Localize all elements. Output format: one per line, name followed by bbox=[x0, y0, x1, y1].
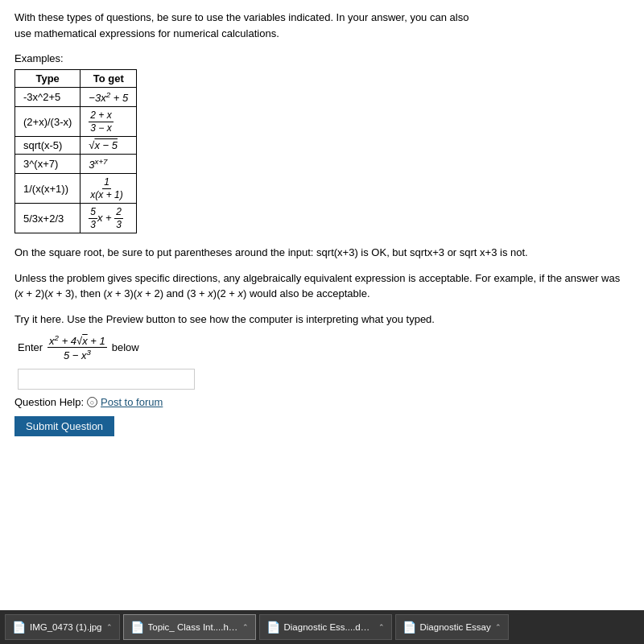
table-row: 5/3x+2/3 53x + 23 bbox=[15, 204, 137, 233]
taskbar-item-img[interactable]: 📄 IMG_0473 (1).jpg ⌃ bbox=[5, 614, 120, 640]
toget-cell: −3x2 + 5 bbox=[80, 88, 137, 107]
type-cell: sqrt(x-5) bbox=[15, 137, 80, 155]
note3-text: Try it here. Use the Preview button to s… bbox=[14, 312, 630, 328]
post-to-forum-link[interactable]: Post to forum bbox=[101, 396, 163, 408]
taskbar-item-topic[interactable]: 📄 Topic_ Class Int....html ⌃ bbox=[123, 614, 256, 640]
examples-table: Type To get -3x^2+5 −3x2 + 5 (2+x)/(3-x)… bbox=[14, 69, 137, 233]
answer-input[interactable] bbox=[18, 369, 195, 390]
table-row: -3x^2+5 −3x2 + 5 bbox=[15, 88, 137, 107]
toget-cell: 2 + x3 − x bbox=[80, 107, 137, 137]
file-icon: 📄 bbox=[12, 621, 26, 634]
question-help-label: Question Help: bbox=[14, 396, 84, 408]
toget-cell: 53x + 23 bbox=[80, 204, 137, 233]
taskbar-item-diag2[interactable]: 📄 Diagnostic Essay ⌃ bbox=[395, 614, 509, 640]
table-row: 3^(x+7) 3x+7 bbox=[15, 155, 137, 174]
question-help: Question Help: ○ Post to forum bbox=[14, 396, 630, 408]
toget-cell: 3x+7 bbox=[80, 155, 137, 174]
chevron-up-icon: ⌃ bbox=[378, 623, 385, 631]
taskbar: 📄 IMG_0473 (1).jpg ⌃ 📄 Topic_ Class Int.… bbox=[0, 610, 644, 644]
toget-cell: √x − 5 bbox=[80, 137, 137, 155]
note1-text: On the square root, be sure to put paren… bbox=[14, 245, 630, 261]
help-circle-icon: ○ bbox=[87, 397, 97, 407]
col-toget-header: To get bbox=[80, 70, 137, 88]
examples-label: Examples: bbox=[14, 52, 630, 64]
taskbar-item-diag1[interactable]: 📄 Diagnostic Ess....docx ⌃ bbox=[259, 614, 392, 640]
type-cell: 1/(x(x+1)) bbox=[15, 174, 80, 204]
type-cell: 5/3x+2/3 bbox=[15, 204, 80, 233]
file-icon: 📄 bbox=[130, 621, 144, 634]
type-cell: 3^(x+7) bbox=[15, 155, 80, 174]
type-cell: -3x^2+5 bbox=[15, 88, 80, 107]
chevron-up-icon: ⌃ bbox=[106, 623, 113, 631]
table-row: (2+x)/(3-x) 2 + x3 − x bbox=[15, 107, 137, 137]
main-content: With these types of questions, be sure t… bbox=[0, 0, 644, 456]
enter-label: Enter bbox=[18, 341, 43, 353]
table-row: 1/(x(x+1)) 1x(x + 1) bbox=[15, 174, 137, 204]
file-icon: 📄 bbox=[266, 621, 280, 634]
intro-text: With these types of questions, be sure t… bbox=[14, 10, 630, 41]
file-icon: 📄 bbox=[402, 621, 416, 634]
taskbar-label-diag2: Diagnostic Essay bbox=[420, 622, 491, 632]
enter-row: Enter x2 + 4√x + 1 5 − x3 below bbox=[18, 333, 630, 362]
toget-cell: 1x(x + 1) bbox=[80, 174, 137, 204]
enter-below-label: below bbox=[112, 341, 139, 353]
taskbar-label-img: IMG_0473 (1).jpg bbox=[30, 622, 102, 632]
type-cell: (2+x)/(3-x) bbox=[15, 107, 80, 137]
chevron-up-icon: ⌃ bbox=[242, 623, 249, 631]
math-expression: x2 + 4√x + 1 5 − x3 bbox=[47, 333, 107, 362]
chevron-up-icon: ⌃ bbox=[495, 623, 502, 631]
table-row: sqrt(x-5) √x − 5 bbox=[15, 137, 137, 155]
taskbar-label-diag1: Diagnostic Ess....docx bbox=[284, 622, 374, 632]
taskbar-label-topic: Topic_ Class Int....html bbox=[148, 622, 238, 632]
note2-text: Unless the problem gives specific direct… bbox=[14, 270, 630, 302]
submit-question-button[interactable]: Submit Question bbox=[14, 416, 114, 436]
col-type-header: Type bbox=[15, 70, 80, 88]
